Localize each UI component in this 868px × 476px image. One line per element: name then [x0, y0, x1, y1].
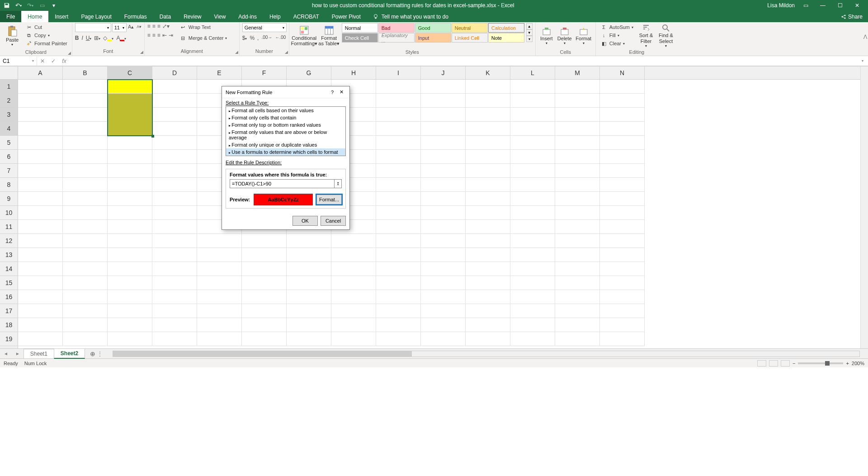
cell[interactable] [555, 80, 600, 94]
cell[interactable] [600, 332, 645, 346]
rule-type-5[interactable]: Use a formula to determine which cells t… [226, 148, 345, 156]
cell[interactable] [331, 332, 376, 346]
cell[interactable] [18, 122, 63, 136]
cell[interactable] [376, 262, 421, 276]
tab-split-icon[interactable]: ⋮ [97, 351, 103, 357]
row-header-8[interactable]: 8 [0, 178, 18, 192]
cell[interactable] [421, 304, 466, 318]
cell[interactable] [63, 94, 108, 108]
cell[interactable] [600, 318, 645, 332]
cell[interactable] [600, 234, 645, 248]
cell[interactable] [331, 248, 376, 262]
cell[interactable] [466, 108, 510, 122]
tab-pagelayout[interactable]: Page Layout [75, 11, 118, 22]
vertical-scrollbar[interactable] [860, 67, 868, 348]
orientation-icon[interactable]: ⤢▾ [162, 23, 170, 29]
cell[interactable] [242, 248, 287, 262]
row-header-3[interactable]: 3 [0, 108, 18, 122]
cell[interactable] [152, 80, 197, 94]
tab-data[interactable]: Data [153, 11, 177, 22]
row-header-5[interactable]: 5 [0, 136, 18, 150]
tab-home[interactable]: Home [21, 11, 48, 22]
styles-up-icon[interactable]: ▲ [526, 23, 533, 29]
name-box[interactable]: C1▾ [0, 57, 37, 66]
col-header-H[interactable]: H [331, 67, 376, 79]
cell[interactable] [18, 290, 63, 304]
autosum-button[interactable]: ΣAutoSum ▾ [599, 23, 635, 31]
cell[interactable] [600, 304, 645, 318]
cell[interactable] [510, 94, 555, 108]
zoom-out-icon[interactable]: − [793, 361, 795, 366]
styles-down-icon[interactable]: ▼ [526, 29, 533, 36]
zoom-in-icon[interactable]: + [846, 361, 849, 366]
row-header-1[interactable]: 1 [0, 80, 18, 94]
cell[interactable] [63, 108, 108, 122]
sheet-nav-next-icon[interactable]: ► [12, 351, 24, 356]
font-name-combo[interactable]: ▾ [75, 23, 111, 32]
cell[interactable] [421, 276, 466, 290]
alignment-launcher-icon[interactable]: ◢ [235, 48, 238, 56]
col-header-A[interactable]: A [18, 67, 63, 79]
cell-C2-C4[interactable] [108, 94, 152, 136]
cell[interactable] [600, 136, 645, 150]
cell[interactable] [510, 136, 555, 150]
cell[interactable] [108, 304, 152, 318]
expand-formula-icon[interactable]: ▾ [857, 59, 868, 63]
merge-center-button[interactable]: ⊟ Merge & Center ▾ [178, 34, 229, 42]
style-calculation[interactable]: Calculation [488, 23, 524, 33]
cell[interactable] [63, 290, 108, 304]
row-header-10[interactable]: 10 [0, 206, 18, 220]
cell[interactable] [466, 276, 510, 290]
cell[interactable] [287, 234, 331, 248]
cell[interactable] [108, 206, 152, 220]
cell[interactable] [108, 318, 152, 332]
cell[interactable] [510, 150, 555, 164]
fx-icon[interactable]: fx [59, 58, 70, 64]
col-header-J[interactable]: J [421, 67, 466, 79]
style-neutral[interactable]: Neutral [452, 23, 488, 33]
cell[interactable] [376, 318, 421, 332]
select-all-button[interactable] [0, 67, 18, 80]
cell[interactable] [331, 304, 376, 318]
cell[interactable] [242, 234, 287, 248]
cell[interactable] [555, 164, 600, 178]
row-header-7[interactable]: 7 [0, 164, 18, 178]
view-pagebreak-icon[interactable] [781, 360, 790, 367]
cell[interactable] [152, 136, 197, 150]
cell[interactable] [555, 122, 600, 136]
cell[interactable] [18, 276, 63, 290]
cell[interactable] [421, 80, 466, 94]
cell[interactable] [421, 248, 466, 262]
cell[interactable] [63, 318, 108, 332]
cell[interactable] [600, 206, 645, 220]
cell[interactable] [197, 318, 242, 332]
tab-view[interactable]: View [208, 11, 232, 22]
cell[interactable] [555, 206, 600, 220]
cell[interactable] [466, 248, 510, 262]
qat-customize-icon[interactable]: ▾ [49, 0, 59, 10]
cell[interactable] [510, 318, 555, 332]
cell[interactable] [510, 276, 555, 290]
tab-powerpivot[interactable]: Power Pivot [326, 11, 367, 22]
cell[interactable] [63, 276, 108, 290]
cell[interactable] [376, 234, 421, 248]
paste-button[interactable]: Paste ▾ [3, 23, 22, 48]
col-header-I[interactable]: I [376, 67, 421, 79]
style-explanatory[interactable]: Explanatory ... [378, 33, 415, 43]
view-normal-icon[interactable] [757, 360, 766, 367]
cell[interactable] [18, 136, 63, 150]
cell[interactable] [63, 234, 108, 248]
style-check-cell[interactable]: Check Cell [342, 33, 378, 43]
cell[interactable] [421, 220, 466, 234]
row-header-14[interactable]: 14 [0, 262, 18, 276]
cell[interactable] [466, 332, 510, 346]
cell[interactable] [466, 80, 510, 94]
cell[interactable] [510, 122, 555, 136]
cell[interactable] [376, 94, 421, 108]
share-button[interactable]: Share [835, 11, 868, 22]
cell[interactable] [18, 220, 63, 234]
cell[interactable] [152, 290, 197, 304]
row-header-2[interactable]: 2 [0, 94, 18, 108]
rule-formula-input[interactable]: =TODAY()-C1>90 ↥ [230, 179, 342, 188]
col-header-B[interactable]: B [63, 67, 108, 79]
